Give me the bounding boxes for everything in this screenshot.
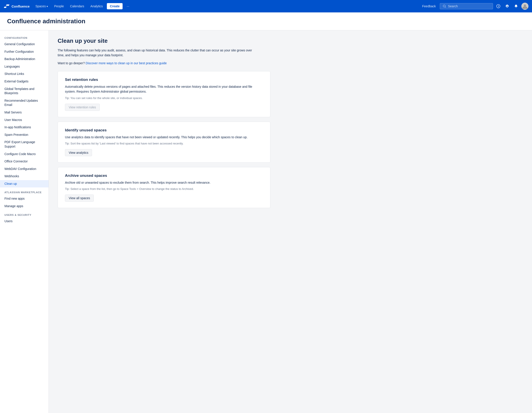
card-button-archive-unused-spaces[interactable]: View all spaces [65, 195, 94, 202]
sidebar-item-clean-up[interactable]: Clean up [0, 180, 48, 188]
logo-text: Confluence [11, 4, 30, 8]
card-desc-identify-unused-spaces: Use analytics data to identify spaces th… [65, 135, 263, 140]
sidebar-item-users[interactable]: Users [0, 217, 48, 225]
card-archive-unused-spaces: Archive unused spacesArchive old or unwa… [58, 167, 270, 208]
sidebar-item-mail-servers[interactable]: Mail Servers [0, 109, 48, 116]
svg-text:?: ? [498, 5, 499, 8]
search-icon [443, 4, 446, 8]
sidebar-section-label: CONFIGURATION [0, 36, 48, 41]
sidebar-item-further-configuration[interactable]: Further Configuration [0, 48, 48, 56]
sidebar-item-general-configuration[interactable]: General Configuration [0, 41, 48, 48]
content-title: Clean up your site [58, 38, 523, 44]
card-button-identify-unused-spaces[interactable]: View analytics [65, 149, 92, 156]
sidebar-item-find-new-apps[interactable]: Find new apps [0, 195, 48, 203]
confluence-logo[interactable]: Confluence [4, 3, 30, 9]
page-header: Confluence administration [0, 12, 532, 30]
main-content: Clean up your site The following feature… [49, 30, 532, 413]
top-navigation: Confluence Spaces People Calendars Analy… [0, 0, 532, 12]
search-placeholder: Search [448, 4, 458, 8]
nav-people[interactable]: People [52, 3, 66, 9]
nav-calendars[interactable]: Calendars [68, 3, 86, 9]
sidebar-item-languages[interactable]: Languages [0, 63, 48, 70]
sidebar-section-label: USERS & SECURITY [0, 210, 48, 217]
sidebar-item-webhooks[interactable]: Webhooks [0, 173, 48, 180]
card-tip-archive-unused-spaces: Tip: Select a space from the list, then … [65, 187, 263, 190]
nav-create-button[interactable]: Create [107, 3, 123, 9]
sidebar-item-pdf-export-language-support[interactable]: PDF Export Language Support [0, 139, 48, 150]
card-retention-rules: Set retention rulesAutomatically delete … [58, 71, 270, 117]
sidebar-item-office-connector[interactable]: Office Connector [0, 158, 48, 165]
card-identify-unused-spaces: Identify unused spacesUse analytics data… [58, 122, 270, 163]
sidebar-section-label: ATLASSIAN MARKETPLACE [0, 188, 48, 195]
nav-feedback[interactable]: Feedback [420, 3, 438, 9]
card-title-retention-rules: Set retention rules [65, 77, 263, 82]
help-button[interactable]: ? [495, 3, 502, 10]
nav-analytics[interactable]: Analytics [88, 3, 105, 9]
card-desc-retention-rules: Automatically delete previous versions o… [65, 84, 263, 94]
page-title: Confluence administration [7, 18, 525, 25]
settings-button[interactable] [504, 3, 511, 10]
card-title-archive-unused-spaces: Archive unused spaces [65, 173, 263, 178]
sidebar-item-shortcut-links[interactable]: Shortcut Links [0, 70, 48, 78]
sidebar-item-backup-administration[interactable]: Backup Administration [0, 55, 48, 63]
nav-more-button[interactable]: ··· [124, 3, 132, 9]
notifications-button[interactable] [513, 3, 520, 10]
sidebar-item-webdav-configuration[interactable]: WebDAV Configuration [0, 165, 48, 173]
user-avatar[interactable] [521, 3, 528, 10]
card-button-retention-rules: View retention rules [65, 104, 100, 111]
sidebar-item-global-templates-blueprints[interactable]: Global Templates and Blueprints [0, 85, 48, 97]
main-layout: CONFIGURATIONGeneral ConfigurationFurthe… [0, 30, 532, 413]
sidebar-item-external-gadgets[interactable]: External Gadgets [0, 78, 48, 85]
sidebar-item-recommended-updates-email[interactable]: Recommended Updates Email [0, 97, 48, 109]
card-desc-archive-unused-spaces: Archive old or unwanted spaces to exclud… [65, 180, 263, 185]
sidebar-item-in-app-notifications[interactable]: In-app Notifications [0, 124, 48, 131]
sidebar-item-manage-apps[interactable]: Manage apps [0, 203, 48, 210]
best-practices-link[interactable]: Discover more ways to clean up in our be… [86, 61, 167, 65]
card-tip-retention-rules: Tip: You can set rules for the whole sit… [65, 96, 263, 100]
sidebar-item-spam-prevention[interactable]: Spam Prevention [0, 131, 48, 139]
cards-container: Set retention rulesAutomatically delete … [58, 71, 523, 208]
sidebar: CONFIGURATIONGeneral ConfigurationFurthe… [0, 30, 49, 413]
nav-spaces[interactable]: Spaces [33, 3, 50, 9]
sidebar-item-configure-code-macro[interactable]: Configure Code Macro [0, 150, 48, 158]
nav-search-bar[interactable]: Search [440, 3, 493, 9]
spaces-chevron-icon [47, 4, 48, 8]
content-deeper-text: Want to go deeper? Discover more ways to… [58, 61, 523, 65]
card-title-identify-unused-spaces: Identify unused spaces [65, 128, 263, 132]
content-description: The following features can help you audi… [58, 48, 257, 58]
svg-line-1 [445, 7, 446, 8]
sidebar-item-user-macros[interactable]: User Macros [0, 116, 48, 124]
card-tip-identify-unused-spaces: Tip: Sort the spaces list by 'Last viewe… [65, 142, 263, 145]
